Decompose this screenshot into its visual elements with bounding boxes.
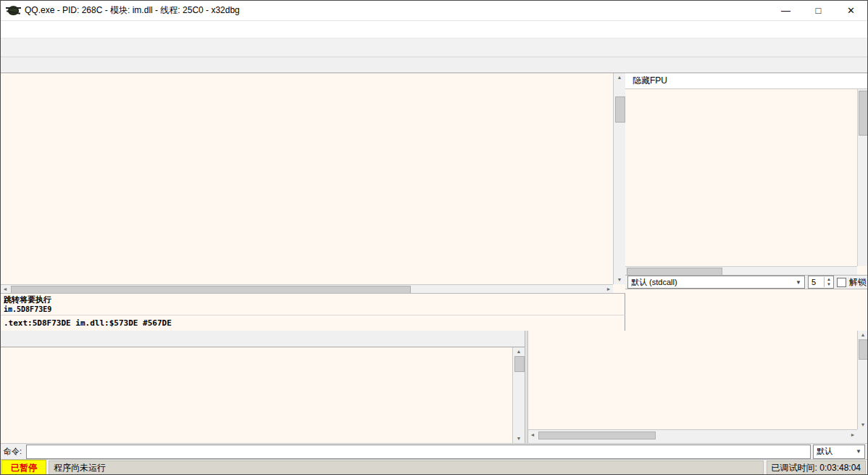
disassembly-hscrollbar[interactable]: ◄ ►: [1, 284, 613, 293]
view-tab-bar: [1, 57, 867, 73]
window-title: QQ.exe - PID: 268C - 模块: im.dll - 线程: 25…: [25, 4, 240, 17]
calling-convention-row: 默认 (stdcall)▼ 5 ▲▼ 解锁: [625, 275, 868, 289]
stack-hscrollbar[interactable]: ◄ ►: [528, 429, 857, 439]
stack-vscrollbar[interactable]: ▲ ▼: [857, 331, 868, 429]
memory-dump-view[interactable]: [1, 347, 512, 443]
chevron-down-icon: ▼: [796, 279, 801, 286]
chevron-down-icon: ▼: [856, 448, 861, 455]
call-arguments-list[interactable]: [625, 289, 868, 331]
title-bar: QQ.exe - PID: 268C - 模块: im.dll - 线程: 25…: [1, 1, 867, 21]
registers-hscrollbar[interactable]: [625, 266, 857, 275]
disassembly-vscrollbar[interactable]: ▲ ▼: [613, 73, 625, 284]
main-area: ◄ ► ▲ ▼ 跳转将要执行 im.5D8F73E9 .text:5D8F73D…: [1, 73, 867, 331]
address-status-line: .text:5D8F73DE im.dll:$573DE #567DE: [1, 315, 625, 331]
status-message: 程序尚未运行: [49, 460, 764, 475]
command-bar: 命令: 默认▼: [1, 443, 867, 459]
register-list[interactable]: [628, 89, 857, 266]
stack-view[interactable]: [528, 331, 857, 429]
close-button[interactable]: ✕: [835, 1, 867, 20]
minimize-button[interactable]: —: [769, 1, 802, 20]
command-profile-select[interactable]: 默认▼: [813, 445, 865, 459]
status-bar: 已暂停 程序尚未运行 已调试时间: 0:03:48:04: [1, 459, 867, 475]
calling-convention-select[interactable]: 默认 (stdcall)▼: [627, 276, 805, 289]
jump-lines-gutter: [1, 73, 157, 284]
arg-depth-stepper[interactable]: 5 ▲▼: [808, 276, 834, 289]
registers-pane: 隐藏FPU 默认 (stdcall)▼ 5 ▲▼ 解锁: [625, 73, 868, 331]
debugger-window: QQ.exe - PID: 268C - 模块: im.dll - 线程: 25…: [0, 0, 868, 475]
menu-bar: [1, 21, 867, 38]
unlock-checkbox[interactable]: [837, 278, 846, 287]
command-input[interactable]: [26, 445, 811, 459]
hide-fpu-button[interactable]: 隐藏FPU: [625, 73, 868, 89]
registers-vscrollbar[interactable]: [857, 89, 867, 266]
command-label: 命令:: [1, 446, 26, 457]
stepper-arrows-icon[interactable]: ▲▼: [824, 277, 833, 287]
info-line-2: im.5D8F73E9: [4, 305, 622, 313]
app-bug-icon: [8, 6, 19, 15]
unlock-label: 解锁: [849, 276, 867, 289]
bottom-area: ▲ ▼ ▲ ▼ ◄ ►: [1, 331, 867, 443]
paused-badge: 已暂停: [1, 460, 46, 475]
toolbar: [1, 38, 867, 57]
info-box: 跳转将要执行 im.5D8F73E9: [1, 293, 625, 315]
memory-tab-bar: [1, 331, 527, 347]
dump-vscrollbar[interactable]: ▲ ▼: [512, 347, 525, 443]
maximize-button[interactable]: □: [802, 1, 835, 20]
disassembly-view[interactable]: [1, 73, 625, 284]
debug-time: 已调试时间: 0:03:48:04: [767, 460, 866, 475]
info-line-1: 跳转将要执行: [4, 294, 622, 305]
